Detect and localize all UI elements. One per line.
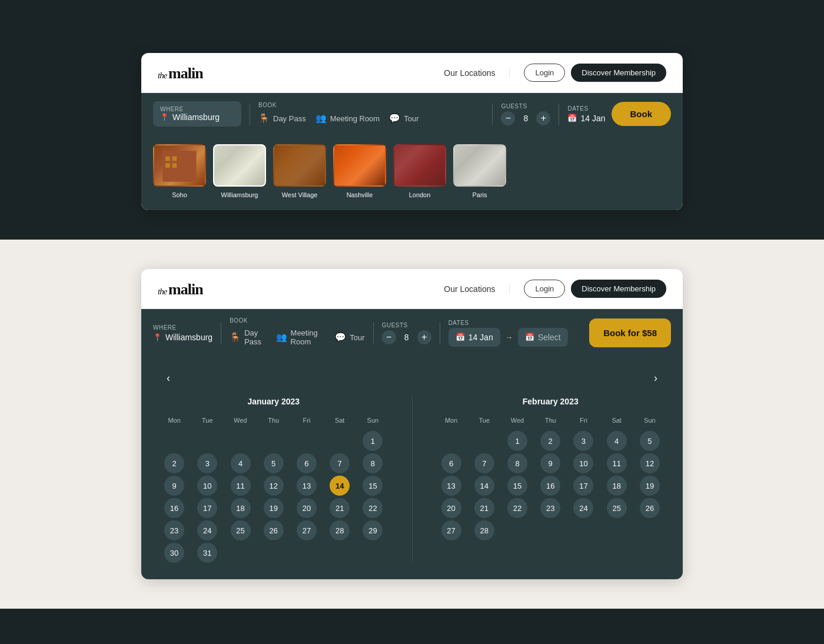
discover-membership-button-1[interactable]: Discover Membership	[571, 64, 666, 82]
jan-day-21[interactable]: 21	[330, 498, 350, 518]
discover-membership-button-2[interactable]: Discover Membership	[571, 280, 666, 298]
dates-to-2[interactable]: 📅 Select	[518, 328, 568, 347]
guests-plus-1[interactable]: +	[536, 111, 550, 125]
feb-day-21[interactable]: 21	[474, 498, 494, 518]
jan-day-25[interactable]: 25	[231, 520, 251, 540]
jan-day-12[interactable]: 12	[264, 476, 284, 496]
feb-day-9[interactable]: 9	[540, 453, 560, 473]
feb-day-22[interactable]: 22	[507, 498, 527, 518]
location-label-nashville: Nashville	[347, 191, 373, 198]
jan-day-30[interactable]: 30	[164, 543, 184, 563]
dates-value-1[interactable]: 📅 14 Jan	[567, 114, 605, 123]
jan-day-27[interactable]: 27	[297, 520, 317, 540]
meeting-room-2[interactable]: 👥 Meeting Room	[276, 326, 326, 348]
guests-minus-2[interactable]: −	[382, 330, 396, 344]
jan-empty-2	[197, 431, 217, 451]
feb-day-14[interactable]: 14	[474, 476, 494, 496]
jan-day-26[interactable]: 26	[264, 520, 284, 540]
jan-day-9[interactable]: 9	[164, 476, 184, 496]
feb-day-19[interactable]: 19	[640, 476, 660, 496]
jan-day-29[interactable]: 29	[363, 520, 383, 540]
jan-day-28[interactable]: 28	[330, 520, 350, 540]
jan-day-3[interactable]: 3	[197, 453, 217, 473]
guests-minus-1[interactable]: −	[501, 111, 515, 125]
our-locations-link-1[interactable]: Our Locations	[444, 68, 495, 78]
book-for-button[interactable]: Book for $58	[589, 318, 671, 347]
jan-day-8[interactable]: 8	[363, 453, 383, 473]
feb-day-23[interactable]: 23	[540, 498, 560, 518]
guests-control-2: − 8 +	[382, 330, 431, 344]
jan-day-22[interactable]: 22	[363, 498, 383, 518]
feb-day-12[interactable]: 12	[640, 453, 660, 473]
feb-day-2[interactable]: 2	[540, 431, 560, 451]
jan-day-4[interactable]: 4	[231, 453, 251, 473]
feb-day-10[interactable]: 10	[573, 453, 593, 473]
feb-day-25[interactable]: 25	[607, 498, 627, 518]
login-button-2[interactable]: Login	[524, 280, 565, 298]
book-button-1[interactable]: Book	[612, 102, 672, 126]
feb-day-26[interactable]: 26	[640, 498, 660, 518]
feb-day-5[interactable]: 5	[640, 431, 660, 451]
day-pass-1[interactable]: 🪑 Day Pass	[258, 111, 306, 126]
calendars: January 2023 Mon Tue Wed Thu Fri Sat Sun	[159, 397, 665, 563]
location-soho[interactable]: Soho	[153, 144, 206, 198]
guests-plus-2[interactable]: +	[417, 330, 431, 344]
where-section-2[interactable]: Where 📍 Williamsburg	[153, 324, 212, 342]
feb-day-15[interactable]: 15	[507, 476, 527, 496]
jan-day-14[interactable]: 14	[330, 476, 350, 496]
location-nashville[interactable]: Nashville	[333, 144, 386, 198]
dates-from-2[interactable]: 📅 14 Jan	[448, 328, 500, 347]
feb-day-11[interactable]: 11	[607, 453, 627, 473]
feb-day-27[interactable]: 27	[441, 520, 461, 540]
feb-day-4[interactable]: 4	[607, 431, 627, 451]
location-williamsburg[interactable]: Williamsburg	[213, 144, 266, 198]
jan-day-24[interactable]: 24	[197, 520, 217, 540]
cal-next-btn[interactable]: ›	[646, 369, 665, 387]
feb-tue: Tue	[469, 414, 500, 426]
jan-day-2[interactable]: 2	[164, 453, 184, 473]
jan-day-16[interactable]: 16	[164, 498, 184, 518]
location-paris[interactable]: Paris	[453, 144, 506, 198]
logo-malin: malin	[168, 65, 203, 82]
jan-day-23[interactable]: 23	[164, 520, 184, 540]
jan-day-13[interactable]: 13	[297, 476, 317, 496]
location-label-london: London	[409, 191, 431, 198]
meeting-room-1[interactable]: 👥 Meeting Room	[315, 111, 380, 126]
cal-prev-btn[interactable]: ‹	[159, 369, 178, 387]
feb-day-16[interactable]: 16	[540, 476, 560, 496]
jan-day-11[interactable]: 11	[231, 476, 251, 496]
jan-day-10[interactable]: 10	[197, 476, 217, 496]
feb-day-24[interactable]: 24	[573, 498, 593, 518]
location-westvillage[interactable]: West Village	[273, 144, 326, 198]
jan-day-6[interactable]: 6	[297, 453, 317, 473]
jan-day-15[interactable]: 15	[363, 476, 383, 496]
feb-day-20[interactable]: 20	[441, 498, 461, 518]
jan-day-5[interactable]: 5	[264, 453, 284, 473]
feb-day-8[interactable]: 8	[507, 453, 527, 473]
nav-bar-1: the malin Our Locations Login Discover M…	[141, 53, 683, 93]
location-london[interactable]: London	[393, 144, 446, 198]
jan-day-7[interactable]: 7	[330, 453, 350, 473]
feb-day-13[interactable]: 13	[441, 476, 461, 496]
feb-day-7[interactable]: 7	[474, 453, 494, 473]
jan-day-1[interactable]: 1	[363, 431, 383, 451]
where-section-1[interactable]: Where 📍 Williamsburg	[153, 101, 241, 127]
our-locations-link-2[interactable]: Our Locations	[444, 284, 495, 294]
day-pass-2[interactable]: 🪑 Day Pass	[230, 326, 266, 348]
jan-day-17[interactable]: 17	[197, 498, 217, 518]
feb-day-17[interactable]: 17	[573, 476, 593, 496]
jan-day-31[interactable]: 31	[197, 543, 217, 563]
jan-day-19[interactable]: 19	[264, 498, 284, 518]
tour-2[interactable]: 💬 Tour	[335, 330, 364, 345]
feb-day-1[interactable]: 1	[507, 431, 527, 451]
jan-day-18[interactable]: 18	[231, 498, 251, 518]
feb-day-18[interactable]: 18	[607, 476, 627, 496]
location-img-london	[393, 144, 446, 187]
feb-day-6[interactable]: 6	[441, 453, 461, 473]
feb-day-3[interactable]: 3	[573, 431, 593, 451]
jan-day-20[interactable]: 20	[297, 498, 317, 518]
feb-day-28[interactable]: 28	[474, 520, 494, 540]
feb-empty-2	[474, 431, 494, 451]
login-button-1[interactable]: Login	[524, 64, 565, 82]
tour-1[interactable]: 💬 Tour	[389, 111, 418, 126]
